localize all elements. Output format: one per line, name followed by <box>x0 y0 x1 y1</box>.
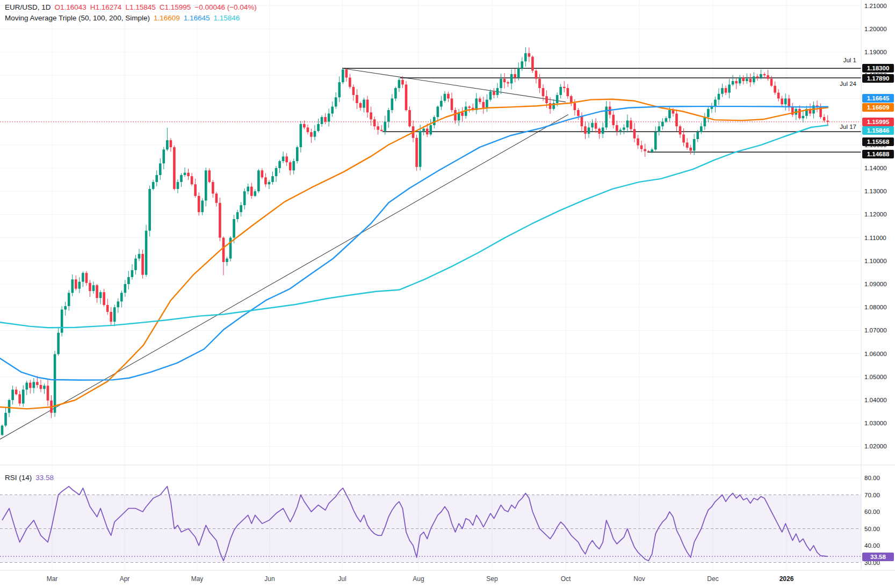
candle-body <box>177 182 179 189</box>
price-tick-label: 1.08000 <box>864 304 887 310</box>
candle-body <box>271 176 274 182</box>
candle-body <box>482 102 485 108</box>
price-tick-label: 1.14000 <box>864 165 887 171</box>
month-label: May <box>191 575 204 583</box>
ma-indicator-title[interactable]: Moving Average Triple (50, 100, 200, Sim… <box>5 14 150 22</box>
price-label-pill: 1.18300 <box>862 64 894 72</box>
candle-body <box>159 163 162 175</box>
candle-body <box>148 189 151 231</box>
candle-body <box>531 57 534 71</box>
chart-canvas[interactable] <box>0 0 895 588</box>
candle-body <box>566 88 569 96</box>
ma200-value: 1.15846 <box>214 14 240 22</box>
ma-indicator-legend: Moving Average Triple (50, 100, 200, Sim… <box>5 14 240 22</box>
candle-body <box>310 132 313 137</box>
candle-body <box>1 426 4 435</box>
price-tick-label: 1.09000 <box>864 281 887 287</box>
price-tick-label: 1.20000 <box>864 26 887 32</box>
candle-body <box>201 200 204 212</box>
candle-body <box>732 81 734 84</box>
candle-body <box>64 306 67 309</box>
candle-body <box>774 86 776 93</box>
candle-body <box>106 305 109 312</box>
candle-body <box>619 130 622 131</box>
candle-body <box>152 182 155 189</box>
price-tick-label: 1.13000 <box>864 188 887 194</box>
candle-body <box>679 126 682 134</box>
candle-body <box>89 283 91 291</box>
candle-body <box>331 107 334 114</box>
candle-body <box>753 76 755 82</box>
candle-body <box>651 149 653 151</box>
candle-body <box>363 100 365 108</box>
candle-body <box>658 126 660 132</box>
candle-body <box>138 254 141 259</box>
candle-body <box>356 95 358 103</box>
candle-body <box>718 94 720 100</box>
candle-body <box>696 132 699 139</box>
candle-body <box>11 390 14 400</box>
candle-body <box>205 170 207 200</box>
ohlc-open: O1.16043 <box>55 3 86 11</box>
candle-body <box>184 173 186 175</box>
candle-body <box>623 127 625 129</box>
price-tick-label: 1.10000 <box>864 258 887 264</box>
level-date-tag: Jul 1 <box>843 57 856 63</box>
candle-body <box>486 100 488 108</box>
candle-body <box>191 176 193 184</box>
candle-body <box>61 310 63 333</box>
candle-body <box>528 53 531 56</box>
candle-body <box>289 162 292 170</box>
price-tick-label: 1.11000 <box>864 235 886 241</box>
candle-body <box>447 94 450 99</box>
candle-body <box>644 149 646 151</box>
candle-body <box>602 127 604 134</box>
candle-body <box>314 131 316 137</box>
candle-body <box>82 273 84 281</box>
candle-body <box>387 110 390 122</box>
candle-body <box>303 124 306 127</box>
price-tick-label: 1.07000 <box>864 327 887 333</box>
candle-body <box>222 238 225 262</box>
candle-body <box>408 110 411 126</box>
candle-body <box>141 254 144 275</box>
candle-body <box>170 140 172 147</box>
candle-body <box>345 69 348 77</box>
candle-body <box>113 307 116 322</box>
month-label: Oct <box>561 575 571 583</box>
rsi-title[interactable]: RSI (14) <box>5 474 32 482</box>
candle-body <box>36 382 39 385</box>
symbol-title[interactable]: EUR/USD, 1D <box>5 3 51 11</box>
candle-body <box>233 219 235 238</box>
price-label-pill: 1.16609 <box>862 103 894 112</box>
candle-body <box>475 98 478 110</box>
candle-body <box>728 84 731 92</box>
candle-body <box>535 71 538 79</box>
price-tick-label: 1.03000 <box>864 420 887 426</box>
candle-body <box>704 117 706 126</box>
month-label: Nov <box>633 575 645 583</box>
candle-body <box>503 79 506 82</box>
candle-body <box>292 161 295 170</box>
candle-body <box>689 148 692 151</box>
candle-body <box>419 131 422 167</box>
candle-body <box>247 187 249 192</box>
candle-body <box>612 115 615 125</box>
candle-body <box>300 124 302 147</box>
candle-body <box>507 82 509 83</box>
candle-body <box>96 285 98 298</box>
candle-body <box>243 191 246 205</box>
candle-body <box>99 292 102 298</box>
candle-body <box>338 82 341 97</box>
candle-body <box>746 79 748 81</box>
candle-body <box>784 98 787 104</box>
candle-body <box>328 113 330 121</box>
candle-body <box>739 78 741 84</box>
candle-body <box>212 182 214 194</box>
candle-body <box>577 110 580 116</box>
rsi-tick-label: 70.00 <box>864 492 880 498</box>
candle-body <box>92 285 95 291</box>
candle-body <box>384 122 386 131</box>
month-label: 2026 <box>779 575 794 583</box>
candle-body <box>208 170 211 182</box>
